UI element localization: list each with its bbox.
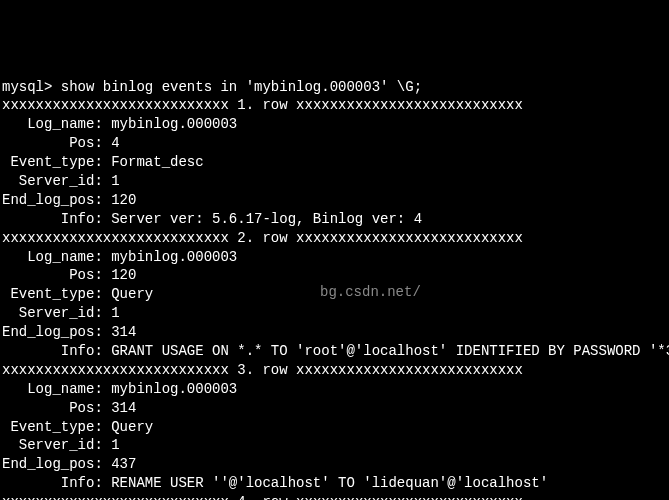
prompt-line: mysql> show binlog events in 'mybinlog.0… — [2, 79, 422, 95]
watermark: bg.csdn.net/ — [320, 283, 421, 302]
row-separator-1: xxxxxxxxxxxxxxxxxxxxxxxxxxx 1. row xxxxx… — [2, 97, 523, 113]
info-line: Info: GRANT USAGE ON *.* TO 'root'@'loca… — [2, 343, 669, 359]
info-line: Info: Server ver: 5.6.17-log, Binlog ver… — [2, 211, 422, 227]
log-name-line: Log_name: mybinlog.000003 — [2, 249, 237, 265]
end-log-pos-line: End_log_pos: 437 — [2, 456, 136, 472]
row-separator-3: xxxxxxxxxxxxxxxxxxxxxxxxxxx 3. row xxxxx… — [2, 362, 523, 378]
pos-line: Pos: 4 — [2, 135, 120, 151]
server-id-line: Server_id: 1 — [2, 437, 120, 453]
event-type-line: Event_type: Query — [2, 286, 153, 302]
log-name-line: Log_name: mybinlog.000003 — [2, 116, 237, 132]
prompt: mysql> — [2, 79, 61, 95]
server-id-line: Server_id: 1 — [2, 305, 120, 321]
row-separator-2: xxxxxxxxxxxxxxxxxxxxxxxxxxx 2. row xxxxx… — [2, 230, 523, 246]
log-name-line: Log_name: mybinlog.000003 — [2, 381, 237, 397]
event-type-line: Event_type: Format_desc — [2, 154, 204, 170]
pos-line: Pos: 120 — [2, 267, 136, 283]
server-id-line: Server_id: 1 — [2, 173, 120, 189]
row-separator-4: xxxxxxxxxxxxxxxxxxxxxxxxxxx 4. row xxxxx… — [2, 494, 523, 500]
info-line: Info: RENAME USER ''@'localhost' TO 'lid… — [2, 475, 548, 491]
end-log-pos-line: End_log_pos: 314 — [2, 324, 136, 340]
end-log-pos-line: End_log_pos: 120 — [2, 192, 136, 208]
terminal[interactable]: mysql> show binlog events in 'mybinlog.0… — [2, 78, 667, 500]
pos-line: Pos: 314 — [2, 400, 136, 416]
event-type-line: Event_type: Query — [2, 419, 153, 435]
command: show binlog events in 'mybinlog.000003' … — [61, 79, 422, 95]
